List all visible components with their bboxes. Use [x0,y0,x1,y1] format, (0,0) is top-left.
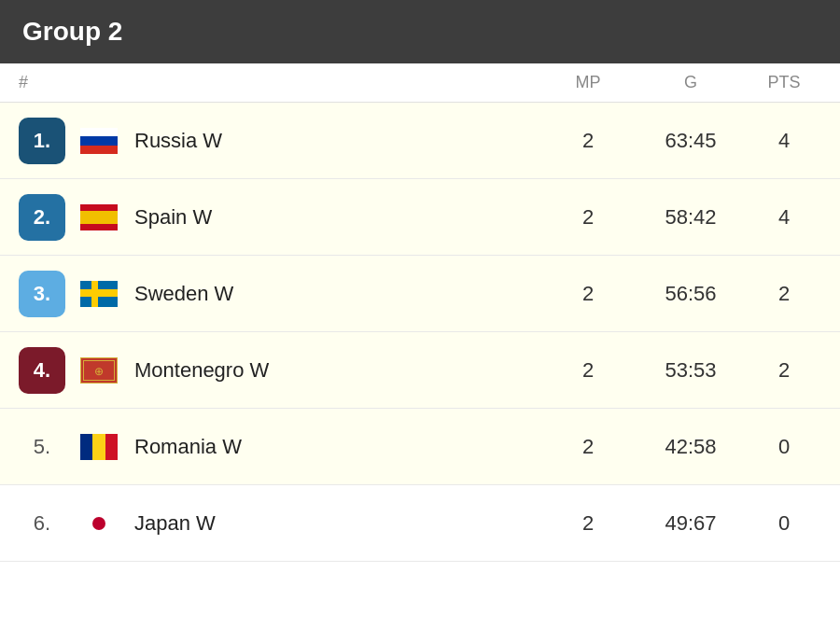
team-pts: 0 [747,511,821,536]
team-mp: 2 [541,282,635,306]
rank-number: 5. [19,424,65,470]
team-mp: 2 [541,129,635,153]
flag-romania [80,434,118,460]
rank-badge: 4. [19,347,65,394]
col-mp-header: MP [541,73,635,92]
standings-table: # MP G PTS 1. Russia W 2 63:45 4 2. Spai… [0,63,840,562]
team-pts: 0 [747,435,821,459]
table-row: 3. Sweden W 2 56:56 2 [0,256,840,332]
table-row: 2. Spain W 2 58:42 4 [0,179,840,256]
team-pts: 4 [747,205,821,230]
team-name: Japan W [134,511,541,536]
team-g: 42:58 [635,435,747,459]
team-pts: 4 [747,129,821,153]
flag-spain [80,204,118,230]
table-row: 4. ⊕ Montenegro W 2 53:53 2 [0,332,840,409]
svg-text:⊕: ⊕ [94,365,104,378]
team-mp: 2 [541,205,635,230]
flag-montenegro: ⊕ [80,357,118,384]
column-headers: # MP G PTS [0,63,840,103]
table-row: 6. Japan W 2 49:67 0 [0,485,840,562]
team-name: Sweden W [134,282,541,306]
team-g: 49:67 [635,511,747,536]
team-pts: 2 [747,282,821,306]
team-g: 56:56 [635,282,747,306]
team-g: 53:53 [635,358,747,383]
col-rank-header: # [19,73,84,92]
team-name: Montenegro W [134,358,541,383]
team-name: Russia W [134,129,541,153]
team-pts: 2 [747,358,821,383]
team-name: Spain W [134,205,541,230]
col-g-header: G [635,73,747,92]
team-mp: 2 [541,435,635,459]
team-g: 58:42 [635,205,747,230]
group-header: Group 2 [0,0,840,63]
col-pts-header: PTS [747,73,821,92]
table-row: 5. Romania W 2 42:58 0 [0,409,840,485]
team-mp: 2 [541,511,635,536]
flag-japan [80,510,118,537]
flag-sweden [80,281,118,307]
table-row: 1. Russia W 2 63:45 4 [0,103,840,179]
group-title: Group 2 [22,17,122,46]
team-rows: 1. Russia W 2 63:45 4 2. Spain W 2 58:42… [0,103,840,562]
flag-russia [80,128,118,154]
team-g: 63:45 [635,129,747,153]
rank-badge: 3. [19,271,65,317]
team-name: Romania W [134,435,541,459]
rank-badge: 2. [19,194,65,241]
rank-number: 6. [19,500,65,547]
rank-badge: 1. [19,118,65,164]
team-mp: 2 [541,358,635,383]
